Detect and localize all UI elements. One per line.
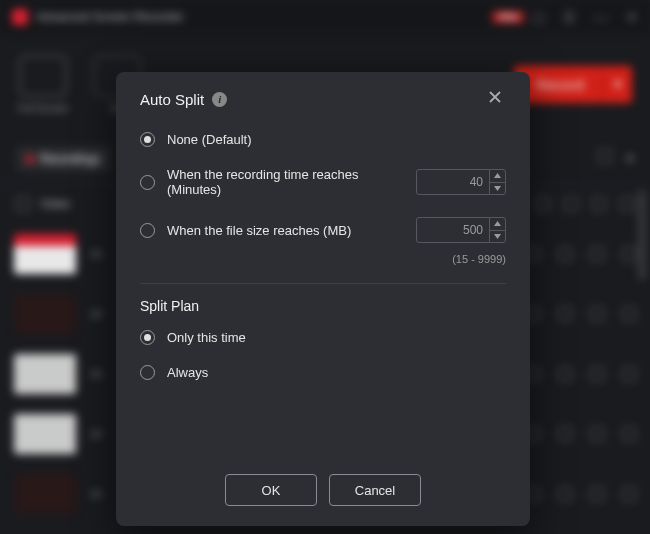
record-dropdown[interactable]: ▾ bbox=[602, 66, 632, 103]
pro-badge: PRO bbox=[492, 11, 524, 23]
dialog-footer: OK Cancel bbox=[140, 454, 506, 506]
plan-always-label: Always bbox=[167, 365, 506, 380]
close-window-icon[interactable]: ✕ bbox=[626, 9, 638, 25]
minimize-icon[interactable]: — bbox=[594, 9, 608, 25]
size-input[interactable] bbox=[416, 217, 506, 243]
size-step-down[interactable] bbox=[490, 231, 505, 243]
close-icon[interactable] bbox=[488, 90, 506, 108]
ok-button-label: OK bbox=[262, 483, 281, 498]
auto-split-dialog: Auto Split i None (Default) When the rec… bbox=[116, 72, 530, 526]
cancel-button-label: Cancel bbox=[355, 483, 395, 498]
lock-icon[interactable]: ▢ bbox=[532, 9, 545, 25]
time-input-field[interactable] bbox=[417, 175, 489, 189]
header-action-icon[interactable] bbox=[592, 197, 606, 211]
header-action-icon[interactable] bbox=[620, 197, 634, 211]
plan-once[interactable]: Only this time bbox=[140, 330, 506, 345]
plan-always[interactable]: Always bbox=[140, 365, 506, 380]
radio-icon[interactable] bbox=[140, 365, 155, 380]
thumbnail bbox=[14, 294, 76, 334]
app-title: Advanced Screen Recorder bbox=[36, 10, 484, 24]
ok-button[interactable]: OK bbox=[225, 474, 317, 506]
time-input[interactable] bbox=[416, 169, 506, 195]
tab-recordings[interactable]: Recordings bbox=[16, 146, 111, 172]
dialog-header: Auto Split i bbox=[140, 90, 506, 108]
scrollbar[interactable] bbox=[638, 190, 646, 280]
app-logo-icon bbox=[12, 9, 28, 25]
radio-icon[interactable] bbox=[140, 175, 155, 190]
record-button[interactable]: Record ▾ bbox=[514, 66, 632, 103]
option-by-size[interactable]: When the file size reaches (MB) bbox=[140, 217, 506, 243]
plan-once-label: Only this time bbox=[167, 330, 506, 345]
record-button-label: Record bbox=[536, 76, 584, 93]
size-step-up[interactable] bbox=[490, 218, 505, 231]
recording-dot-icon bbox=[26, 155, 34, 163]
dialog-title: Auto Split bbox=[140, 91, 204, 108]
size-hint: (15 - 9999) bbox=[140, 253, 506, 265]
header-action-icon[interactable] bbox=[564, 197, 578, 211]
fullscreen-icon bbox=[19, 55, 67, 97]
time-spinner bbox=[489, 170, 505, 194]
option-by-time[interactable]: When the recording time reaches (Minutes… bbox=[140, 167, 506, 197]
option-none-label: None (Default) bbox=[167, 132, 506, 147]
tab-recordings-label: Recordings bbox=[40, 152, 101, 166]
time-step-up[interactable] bbox=[490, 170, 505, 183]
checkbox-icon[interactable] bbox=[16, 197, 30, 211]
thumbnail bbox=[14, 474, 76, 514]
dropdown-icon[interactable]: ▾ bbox=[626, 149, 634, 168]
settings-icon[interactable]: ☰ bbox=[563, 9, 576, 25]
split-plan-group: Only this time Always bbox=[140, 330, 506, 380]
time-step-down[interactable] bbox=[490, 183, 505, 195]
split-plan-title: Split Plan bbox=[140, 298, 506, 314]
fullscreen-mode[interactable]: Full Screen bbox=[18, 55, 69, 114]
option-by-size-label: When the file size reaches (MB) bbox=[167, 223, 404, 238]
radio-icon[interactable] bbox=[140, 330, 155, 345]
window-controls: ▢ ☰ — ✕ bbox=[532, 9, 638, 25]
cancel-button[interactable]: Cancel bbox=[329, 474, 421, 506]
split-mode-group: None (Default) When the recording time r… bbox=[140, 132, 506, 265]
thumbnail bbox=[14, 234, 76, 274]
radio-icon[interactable] bbox=[140, 132, 155, 147]
size-spinner bbox=[489, 218, 505, 242]
radio-icon[interactable] bbox=[140, 223, 155, 238]
divider bbox=[140, 283, 506, 284]
option-none[interactable]: None (Default) bbox=[140, 132, 506, 147]
size-input-field[interactable] bbox=[417, 223, 489, 237]
header-action-icon[interactable] bbox=[536, 197, 550, 211]
info-icon[interactable]: i bbox=[212, 92, 227, 107]
option-by-time-label: When the recording time reaches (Minutes… bbox=[167, 167, 404, 197]
titlebar: Advanced Screen Recorder PRO ▢ ☰ — ✕ bbox=[0, 0, 650, 34]
video-column-header: Video bbox=[40, 197, 70, 211]
thumbnail bbox=[14, 414, 76, 454]
thumbnail bbox=[14, 354, 76, 394]
grid-icon[interactable] bbox=[598, 149, 612, 163]
